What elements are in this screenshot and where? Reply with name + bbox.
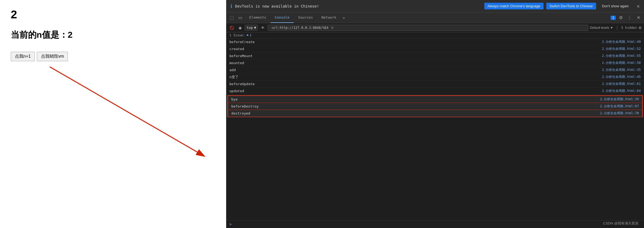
log-message: updated — [229, 89, 587, 93]
dropdown-arrow-icon: ▼ — [610, 26, 613, 30]
dont-show-button[interactable]: Don't show again — [599, 3, 632, 9]
log-message: beforeMount — [229, 54, 587, 58]
issue-flag-icon: ⚑ — [247, 33, 248, 37]
page-content: 2 当前的n值是：2 点我n+1 点我销毁vm — [0, 0, 226, 228]
tab-bar: Elements Console Sources Network » — [245, 12, 347, 23]
notification-text: DevTools is now available in Chinese! — [235, 4, 482, 8]
default-levels-label: Default levels — [590, 26, 609, 30]
issue-bar: 1 Issue: ⚑ 1 — [226, 32, 644, 39]
log-row-destroyed: destroyed 2.分析生命周期.html:70 — [228, 110, 642, 117]
log-row: created 2.分析生命周期.html:52 — [226, 46, 644, 53]
match-language-button[interactable]: Always match Chrome's language — [484, 3, 544, 9]
tab-sources[interactable]: Sources — [294, 12, 317, 23]
close-notification-button[interactable]: ✕ — [637, 3, 640, 9]
more-options-icon[interactable]: ⋮ — [626, 14, 634, 21]
inspect-element-icon[interactable]: ⬚ — [228, 14, 236, 21]
log-source[interactable]: 2.分析生命周期.html:67 — [585, 104, 639, 109]
console-input[interactable] — [234, 222, 641, 226]
log-row: add 2.分析生命周期.html:35 — [226, 67, 644, 74]
issue-badge: ⚑ 1 — [247, 33, 251, 37]
filter-icon[interactable]: ◉ — [237, 25, 243, 31]
notification-bar: ℹ DevTools is now available in Chinese! … — [226, 0, 644, 12]
issues-badge: 1 — [611, 16, 616, 20]
log-row: beforeUpdate 2.分析生命周期.html:61 — [226, 81, 644, 88]
console-prompt-icon: > — [229, 222, 232, 226]
device-mode-icon[interactable]: ▭ — [237, 14, 244, 21]
log-source[interactable]: 2.分析生命周期.html:58 — [587, 61, 641, 65]
log-source[interactable]: 2.分析生命周期.html:39 — [585, 97, 639, 102]
log-source[interactable]: 2.分析生命周期.html:49 — [587, 40, 641, 44]
tab-elements[interactable]: Elements — [245, 12, 271, 23]
console-log-area[interactable]: beforeCreate 2.分析生命周期.html:49 created 2.… — [226, 39, 644, 220]
log-levels-dropdown[interactable]: Default levels ▼ — [590, 26, 613, 30]
clear-console-icon[interactable]: 🚫 — [228, 25, 236, 31]
increment-button[interactable]: 点我n+1 — [11, 52, 35, 61]
url-filter-box[interactable]: -url:http://127.0.0.1:8848/%E4 ✕ — [268, 25, 588, 31]
separator: | — [616, 25, 619, 30]
log-source[interactable]: 2.分析生命周期.html:64 — [587, 89, 641, 93]
highlighted-log-group: bye 2.分析生命周期.html:39 beforeDestroy 2.分析生… — [227, 95, 643, 117]
context-label: top — [247, 26, 253, 30]
settings-icon[interactable]: ⚙ — [617, 14, 624, 21]
log-row-bye: bye 2.分析生命周期.html:39 — [228, 96, 642, 103]
log-source[interactable]: 2.分析生命周期.html:52 — [587, 47, 641, 51]
eye-icon[interactable]: 👁 — [260, 25, 266, 31]
info-icon: ℹ — [230, 3, 232, 9]
log-message: add — [229, 68, 587, 72]
more-tabs-button[interactable]: » — [341, 16, 347, 20]
log-message: created — [229, 47, 587, 51]
hidden-count: 5 hidden — [621, 26, 637, 30]
console-settings-icon[interactable]: ⚙ — [638, 26, 642, 30]
log-source[interactable]: 2.分析生命周期.html:45 — [587, 75, 641, 79]
tab-console[interactable]: Console — [271, 12, 294, 23]
log-source[interactable]: 2.分析生命周期.html:70 — [585, 111, 639, 116]
log-message: beforeDestroy — [231, 104, 585, 108]
log-source[interactable]: 2.分析生命周期.html:55 — [587, 54, 641, 58]
context-selector[interactable]: top ▼ — [245, 25, 258, 30]
log-row: mounted 2.分析生命周期.html:58 — [226, 60, 644, 67]
chevron-down-icon: ▼ — [254, 26, 256, 30]
log-message: n变了 — [229, 75, 587, 80]
button-group: 点我n+1 点我销毁vm — [11, 52, 215, 61]
toolbar-right: 1 ⚙ ⋮ ✕ — [611, 14, 642, 21]
log-row: beforeMount 2.分析生命周期.html:55 — [226, 53, 644, 60]
log-row: n变了 2.分析生命周期.html:45 — [226, 74, 644, 81]
issue-bar-text: 1 Issue: — [229, 33, 245, 37]
devtools-panel: ℹ DevTools is now available in Chinese! … — [226, 0, 644, 228]
log-message: destroyed — [231, 111, 585, 115]
devtools-toolbar: ⬚ ▭ Elements Console Sources Network » 1… — [226, 12, 644, 23]
log-row: beforeCreate 2.分析生命周期.html:49 — [226, 39, 644, 46]
page-number: 2 — [11, 8, 215, 21]
watermark: CSDN @我有满天星辰 — [603, 221, 639, 226]
issue-count: 1 — [250, 33, 251, 37]
log-message: bye — [231, 97, 585, 101]
svg-line-1 — [50, 67, 205, 156]
console-toolbar: 🚫 ◉ top ▼ 👁 -url:http://127.0.0.1:8848/%… — [226, 23, 644, 32]
log-message: beforeCreate — [229, 40, 587, 44]
switch-chinese-button[interactable]: Switch DevTools to Chinese — [546, 3, 596, 9]
tab-network[interactable]: Network — [317, 12, 341, 23]
log-source[interactable]: 2.分析生命周期.html:35 — [587, 68, 641, 72]
url-filter-text: -url:http://127.0.0.1:8848/%E4 — [270, 26, 328, 30]
log-message: mounted — [229, 61, 587, 65]
log-row: updated 2.分析生命周期.html:64 — [226, 88, 644, 95]
close-devtools-button[interactable]: ✕ — [635, 14, 642, 21]
destroy-button[interactable]: 点我销毁vm — [37, 52, 68, 61]
url-filter-clear-button[interactable]: ✕ — [331, 26, 334, 30]
log-row-beforedestroy: beforeDestroy 2.分析生命周期.html:67 — [228, 103, 642, 110]
page-text: 当前的n值是：2 — [11, 29, 215, 41]
log-source[interactable]: 2.分析生命周期.html:61 — [587, 82, 641, 86]
log-message: beforeUpdate — [229, 82, 587, 86]
console-input-row[interactable]: > — [226, 220, 644, 228]
